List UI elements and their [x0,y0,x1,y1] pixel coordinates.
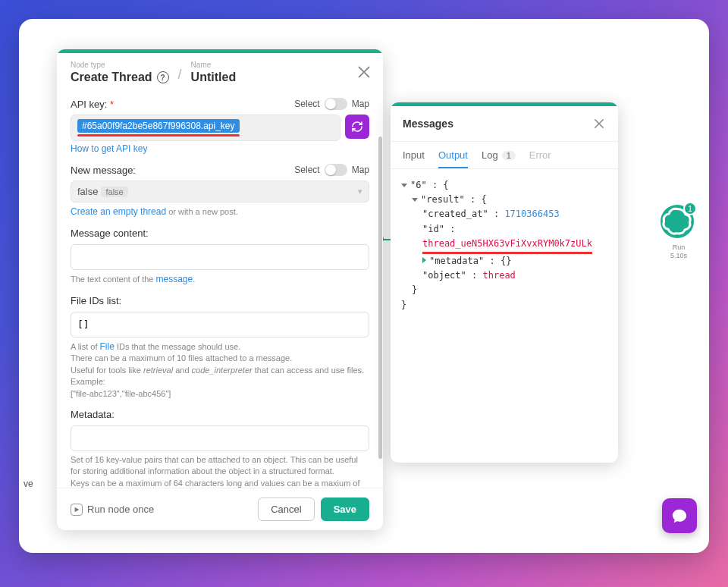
message-link[interactable]: message [156,274,193,284]
message-content-input[interactable] [71,244,369,270]
play-icon [71,504,83,516]
new-message-map-label: Map [352,165,369,175]
file-ids-helper: A list of File IDs that the message shou… [71,341,369,400]
api-key-select-label: Select [294,99,319,109]
new-message-label: New message: [71,165,136,176]
bg-node-label: Run5.10s [656,243,701,260]
field-api-key: API key: * Select Map #65a00f9fa2be5e867… [71,96,369,155]
file-link[interactable]: File [100,341,115,352]
messages-close-icon[interactable] [592,117,606,130]
name-value[interactable]: Untitled [191,71,237,84]
message-content-helper: The text content of the message. [71,273,369,286]
chat-fab-button[interactable] [662,498,697,533]
tab-input[interactable]: Input [403,142,425,168]
field-file-ids: File IDs list: [] A list of File IDs tha… [71,294,369,400]
help-icon[interactable]: ? [157,71,169,83]
field-new-message: New message: Select Map falsefalse ▾ Cre… [71,162,369,218]
metadata-label: Metadata: [71,409,115,420]
new-message-mode-toggle[interactable] [325,164,347,176]
node-badge: 1 [683,202,697,215]
node-type-label: Node type [71,61,169,69]
panel-header: Node type Create Thread ? / Name Untitle… [57,53,383,89]
tab-output[interactable]: Output [438,142,468,168]
run-node-button[interactable]: Run node once [71,504,154,516]
api-key-label: API key: * [71,99,114,110]
chevron-down-icon: ▾ [358,187,362,196]
caret-icon[interactable] [412,198,418,202]
caret-icon[interactable] [401,184,407,187]
api-key-input[interactable]: #65a00f9fa2be5e867f996308.api_key [71,115,340,141]
output-json-viewer[interactable]: "6" : { "result" : { "created_at" : 1710… [391,169,618,463]
refresh-icon [351,121,363,133]
field-message-content: Message content: The text content of the… [71,226,369,286]
metadata-input[interactable] [71,425,369,451]
panel-body: API key: * Select Map #65a00f9fa2be5e867… [57,89,383,488]
field-metadata: Metadata: Set of 16 key-value pairs that… [71,407,369,488]
messages-title: Messages [403,118,453,130]
app-canvas: ve 1 Run5.10s Node type Create Thread ? … [19,19,709,553]
cancel-button[interactable]: Cancel [258,498,314,521]
api-key-mode-toggle[interactable] [325,98,347,110]
name-label: Name [191,61,237,69]
panel-scrollbar[interactable] [377,137,383,477]
api-key-underline [77,134,240,137]
file-ids-input[interactable]: [] [71,312,369,337]
svg-marker-2 [75,507,80,511]
metadata-helper: Set of 16 key-value pairs that can be at… [71,454,369,488]
save-button[interactable]: Save [321,498,369,521]
messages-tabstrip: Input Output Log1 Error [391,142,618,169]
api-key-help-link[interactable]: How to get API key [71,143,147,154]
node-editor-panel: Node type Create Thread ? / Name Untitle… [57,49,383,530]
file-ids-label: File IDs list: [71,295,121,306]
chat-icon [671,507,688,524]
new-message-helper: Create an empty thread or with a new pos… [71,206,369,218]
breadcrumb-separator: / [175,67,185,84]
close-icon[interactable] [356,64,372,80]
api-key-map-label: Map [352,99,369,109]
panel-footer: Run node once Cancel Save [57,488,383,530]
messages-header: Messages [391,106,618,142]
refresh-button[interactable] [345,115,369,139]
log-count-badge: 1 [502,151,516,160]
tab-error[interactable]: Error [529,142,551,168]
node-type-value: Create Thread ? [71,71,169,84]
tab-log[interactable]: Log1 [482,142,516,168]
api-key-value: #65a00f9fa2be5e867f996308.api_key [77,119,240,133]
thread-id-value: thread_ueN5HX63vFiXvxRYM0k7zULk [422,237,592,254]
caret-right-icon[interactable] [422,257,426,263]
create-empty-thread-link[interactable]: Create an empty thread [71,206,166,217]
messages-panel: Messages Input Output Log1 Error "6" : {… [391,102,618,463]
message-content-label: Message content: [71,228,149,239]
new-message-select[interactable]: falsefalse ▾ [71,180,369,202]
bg-left-text: ve [24,479,33,489]
new-message-select-label: Select [294,165,319,175]
bg-openai-node[interactable]: 1 [661,205,694,238]
